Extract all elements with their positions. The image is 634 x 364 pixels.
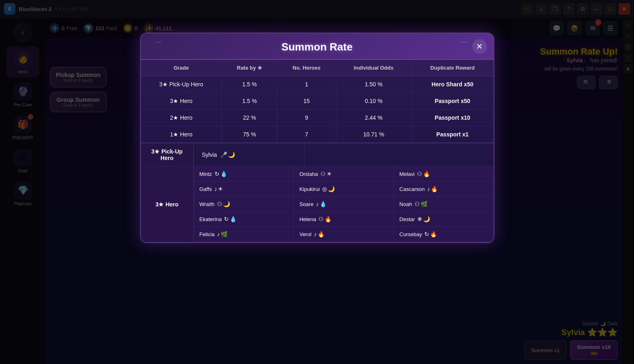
rate-cell: 75 % <box>222 126 277 143</box>
hero-class-icon: ♪ <box>316 201 319 207</box>
col-grade: Grade <box>141 60 222 76</box>
hero-class-icon: ⚇ <box>415 201 420 207</box>
moon-icon: 🌙 <box>228 151 235 158</box>
table-row: 2★ Hero 22 % 9 2.44 % Passport x10 <box>141 110 494 126</box>
mic-icon: 🎤 <box>220 151 227 158</box>
hero-element-icon: 💧 <box>230 216 237 222</box>
rate-table-wrapper: Grade Rate by ★ No. Heroes Individual Od… <box>141 60 494 143</box>
hero-list-item: Mintz ↻ 💧 <box>194 167 294 182</box>
modal-header: ⌒ Summon Rate ⌒ ✕ <box>141 33 494 60</box>
hero-icon-group: ♪ 🌿 <box>217 231 228 237</box>
hero-name-label: Felicia <box>200 231 215 237</box>
hero-class-icon: ♪ <box>314 231 317 237</box>
odds-cell: 0.10 % <box>336 93 411 110</box>
pickup-category-label: 3★ Pick-UpHero <box>141 143 194 166</box>
hero-name-label: Cursebay <box>399 231 422 237</box>
hero-name-label: Gaffs <box>200 186 212 192</box>
hero-icon-group: ❄ 🌙 <box>417 216 430 222</box>
pickup-empty-space <box>305 143 493 166</box>
modal-close-button[interactable]: ✕ <box>472 39 487 54</box>
hero-list-item: Melavi ⚇ 🔥 <box>394 167 494 182</box>
hero-class-icon: ♪ <box>214 186 217 192</box>
hero-list-item: Orslaha ⚇ ☀ <box>294 167 394 182</box>
hero-icon-group: ↻ 💧 <box>215 171 227 177</box>
hero-class-icon: ↻ <box>224 216 229 222</box>
hero-class-icon: ❄ <box>417 216 422 222</box>
rate-cell: 22 % <box>222 110 277 126</box>
hero-element-icon: ☀ <box>327 171 332 177</box>
heroes-section: 3★ Pick-UpHero Sylvia 🎤 🌙 <box>141 143 494 242</box>
summon-rate-modal: ⌒ Summon Rate ⌒ ✕ Grade Rate by ★ No. He… <box>140 33 494 243</box>
hero-list-item: Wraith ⚇ 🌙 <box>194 197 294 212</box>
rate-cell: 1.5 % <box>222 76 277 93</box>
three-star-hero-list: Mintz ↻ 💧 Orslaha ⚇ ☀ Melavi ⚇ 🔥 Gaffs ♪… <box>194 167 494 242</box>
hero-icon-group: ◎ 🌙 <box>322 186 335 192</box>
odds-cell: 2.44 % <box>336 110 411 126</box>
hero-list-item: Ekaterina ↻ 💧 <box>194 212 294 227</box>
hero-element-icon: 🔥 <box>423 171 430 177</box>
hero-list-item: Destar ❄ 🌙 <box>394 212 494 227</box>
reward-cell: Passport x10 <box>411 110 493 126</box>
hero-class-icon: ↻ <box>424 231 429 237</box>
hero-list-item: Verol ♪ 🔥 <box>294 227 394 242</box>
hero-name-label: Destar <box>399 216 415 222</box>
heroes-count-cell: 1 <box>277 76 336 93</box>
hero-class-icon: ♪ <box>427 186 430 192</box>
hero-element-icon: 🔥 <box>430 231 437 237</box>
hero-list-item: Helena ⚇ 🔥 <box>294 212 394 227</box>
table-row: 1★ Hero 75 % 7 10.71 % Passport x1 <box>141 126 494 143</box>
hero-element-icon: 🌿 <box>421 201 428 207</box>
grade-cell: 2★ Hero <box>141 110 222 126</box>
three-star-category-label: 3★ Hero <box>141 167 194 242</box>
hero-icon-group: ♪ ☀ <box>214 186 223 192</box>
hero-list-item: Kipukirui ◎ 🌙 <box>294 182 394 197</box>
table-row: 3★ Hero 1.5 % 15 0.10 % Passport x50 <box>141 93 494 110</box>
hero-icon-group: ↻ 🔥 <box>424 231 437 237</box>
grade-cell: 3★ Pick-Up Hero <box>141 76 222 93</box>
hero-icon-group: ♪ 🔥 <box>427 186 438 192</box>
hero-name-label: Verol <box>299 231 312 237</box>
hero-icon-group: ⚇ 🔥 <box>417 171 430 177</box>
hero-name-label: Soare <box>299 201 314 207</box>
three-star-hero-section: 3★ Hero Mintz ↻ 💧 Orslaha ⚇ ☀ Melavi ⚇ 🔥… <box>141 167 494 242</box>
hero-icon-group: ⚇ 🔥 <box>318 216 331 222</box>
hero-icon-group: ↻ 💧 <box>224 216 237 222</box>
deco-left: ⌒ <box>153 40 163 53</box>
hero-name-label: Mintz <box>200 171 212 177</box>
hero-name-label: Cascarson <box>399 186 425 192</box>
hero-name-label: Wraith <box>200 201 215 207</box>
hero-element-icon: 💧 <box>220 171 227 177</box>
hero-class-icon: ⚇ <box>318 216 324 222</box>
table-row: 3★ Pick-Up Hero 1.5 % 1 1.50 % Hero Shar… <box>141 76 494 93</box>
hero-icon-group: ♪ 💧 <box>316 201 327 207</box>
hero-name-label: Melavi <box>399 171 415 177</box>
deco-right: ⌒ <box>459 40 469 53</box>
table-header-row: Grade Rate by ★ No. Heroes Individual Od… <box>141 60 494 76</box>
hero-name-label: Noah <box>399 201 412 207</box>
hero-name-label: Orslaha <box>299 171 318 177</box>
modal-body: Grade Rate by ★ No. Heroes Individual Od… <box>141 60 494 242</box>
grade-cell: 3★ Hero <box>141 93 222 110</box>
hero-class-icon: ↻ <box>215 171 219 177</box>
modal-overlay[interactable]: ⌒ Summon Rate ⌒ ✕ Grade Rate by ★ No. He… <box>0 0 634 364</box>
hero-class-icon: ⚇ <box>320 171 326 177</box>
sylvia-icons: 🎤 🌙 <box>220 151 235 158</box>
hero-element-icon: 🌿 <box>221 231 228 237</box>
hero-element-icon: 🌙 <box>328 186 335 192</box>
modal-title: Summon Rate <box>149 41 485 53</box>
hero-element-icon: 🔥 <box>325 216 331 222</box>
rate-table: Grade Rate by ★ No. Heroes Individual Od… <box>141 60 494 143</box>
hero-name-label: Helena <box>299 216 316 222</box>
hero-list-item: Noah ⚇ 🌿 <box>394 197 494 212</box>
hero-icon-group: ⚇ ☀ <box>320 171 332 177</box>
hero-list-item: Gaffs ♪ ☀ <box>194 182 294 197</box>
odds-cell: 10.71 % <box>336 126 411 143</box>
hero-class-icon: ♪ <box>217 231 220 237</box>
heroes-count-cell: 15 <box>277 93 336 110</box>
hero-list-item: Soare ♪ 💧 <box>294 197 394 212</box>
col-rate: Rate by ★ <box>222 60 277 76</box>
hero-element-icon: ☀ <box>218 186 223 192</box>
rate-cell: 1.5 % <box>222 93 277 110</box>
grade-cell: 1★ Hero <box>141 126 222 143</box>
three-star-header-row: 3★ Hero Mintz ↻ 💧 Orslaha ⚇ ☀ Melavi ⚇ 🔥… <box>141 167 494 242</box>
